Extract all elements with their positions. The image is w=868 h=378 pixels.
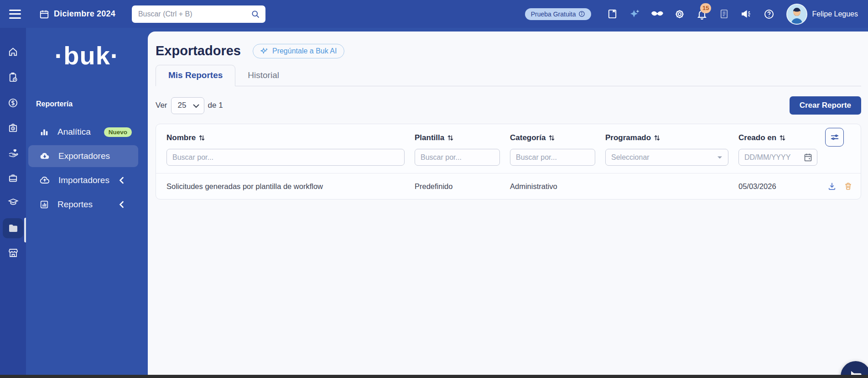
cell-creado-en: 05/03/2026 (738, 182, 827, 191)
sort-icon (780, 135, 785, 141)
column-header-programado[interactable]: Programado (605, 133, 738, 142)
user-name[interactable]: Felipe Legues (812, 10, 858, 18)
tasks-list-icon[interactable] (713, 5, 735, 23)
pagesize-select[interactable]: 25 (171, 97, 204, 114)
gear-icon[interactable] (668, 5, 691, 23)
topbar: Diciembre 2024 Prueba Gratuita 15 (0, 0, 868, 28)
search-input[interactable] (132, 5, 265, 23)
cell-nombre: Solicitudes generadas por plantilla de w… (166, 182, 415, 191)
bar-chart-icon (39, 127, 49, 137)
documents-folder-icon[interactable] (3, 218, 23, 238)
graduation-cap-icon[interactable] (3, 192, 23, 212)
tab-mis-reportes[interactable]: Mis Reportes (156, 65, 235, 86)
notifications-bell-icon[interactable]: 15 (691, 5, 713, 23)
nuevo-badge: Nuevo (104, 127, 132, 137)
sidebar-item-label: Exportadores (58, 151, 110, 161)
create-report-button[interactable]: Crear Reporte (790, 96, 861, 115)
buk-mustache-icon[interactable] (646, 5, 668, 23)
trial-badge[interactable]: Prueba Gratuita (525, 8, 592, 20)
gift-box-icon[interactable] (3, 168, 23, 188)
sidebar-item-label: Importadores (58, 175, 109, 185)
calendar-icon[interactable] (803, 152, 813, 162)
period-selector[interactable]: Diciembre 2024 (39, 9, 115, 19)
storefront-icon[interactable] (3, 243, 23, 263)
column-header-nombre[interactable]: Nombre (166, 133, 415, 142)
cloud-upload-icon (39, 175, 50, 186)
ai-sparkles-icon[interactable] (624, 5, 646, 23)
clipboard-clock-icon[interactable] (3, 67, 23, 87)
sort-icon (549, 135, 555, 141)
sidebar-item-reportes[interactable]: Reportes (28, 194, 138, 215)
home-icon[interactable] (3, 42, 23, 62)
cell-categoria: Administrativo (510, 182, 605, 191)
column-header-categoria[interactable]: Categoría (510, 133, 605, 142)
tab-bar: Mis Reportes Historial (156, 65, 861, 86)
info-icon (578, 10, 585, 17)
current-period-label: Diciembre 2024 (54, 9, 115, 19)
table-filter-row: Seleccionar (156, 149, 861, 173)
hand-heart-icon[interactable] (3, 142, 23, 163)
sidebar-item-label: Reportes (57, 200, 93, 210)
chevron-down-icon (193, 104, 199, 108)
sidebar-item-label: Analítica (57, 127, 91, 137)
page-title: Exportadores (156, 43, 241, 58)
global-search[interactable] (132, 5, 265, 23)
reports-table-card: Nombre Plantilla Categoría Programado (156, 124, 861, 200)
table-row[interactable]: Solicitudes generadas por plantilla de w… (156, 173, 861, 199)
bag-clock-icon[interactable] (3, 117, 23, 137)
calendar-icon (39, 9, 49, 19)
window-bottom-edge (0, 375, 868, 378)
ai-sparkle-icon (260, 47, 269, 55)
column-settings-button[interactable] (825, 128, 844, 147)
chevron-left-icon[interactable] (119, 201, 125, 208)
table-header-row: Nombre Plantilla Categoría Programado (156, 124, 861, 142)
hamburger-menu-icon[interactable] (9, 10, 21, 19)
cloud-download-icon (39, 151, 50, 162)
search-icon[interactable] (251, 10, 260, 19)
sort-icon (447, 135, 453, 141)
filter-categoria-input[interactable] (510, 149, 595, 166)
column-header-plantilla[interactable]: Plantilla (415, 133, 510, 142)
download-icon[interactable] (827, 182, 837, 191)
tab-historial[interactable]: Historial (235, 65, 291, 86)
ask-buk-ai-button[interactable]: Pregúntale a Buk AI (253, 44, 344, 58)
sidebar-item-analitica[interactable]: Analítica Nuevo (28, 121, 138, 143)
notification-count-badge: 15 (700, 3, 711, 13)
bookmark-icon[interactable] (601, 5, 624, 23)
sort-icon (199, 135, 205, 141)
filter-nombre-input[interactable] (166, 149, 405, 166)
pagesize-prefix: Ver (156, 101, 167, 110)
sidebar: ·buk· Reportería Analítica Nuevo Exporta… (26, 28, 148, 378)
payments-dollar-icon[interactable] (3, 93, 23, 113)
select-arrow-icon (717, 156, 722, 159)
sort-icon (654, 135, 660, 141)
main-content: Exportadores Pregúntale a Buk AI Mis Rep… (148, 31, 868, 378)
announcements-megaphone-icon[interactable] (735, 5, 758, 23)
sidebar-item-exportadores[interactable]: Exportadores (28, 145, 138, 167)
icon-rail (0, 28, 26, 378)
filter-plantilla-input[interactable] (415, 149, 500, 166)
filter-programado-select[interactable]: Seleccionar (605, 149, 728, 166)
chevron-left-icon[interactable] (119, 177, 125, 184)
sidebar-item-importadores[interactable]: Importadores (28, 169, 138, 191)
user-avatar[interactable] (786, 4, 807, 25)
report-box-icon (39, 200, 49, 210)
cell-plantilla: Predefinido (415, 182, 510, 191)
sidebar-section-title: Reportería (36, 100, 73, 108)
delete-trash-icon[interactable] (844, 182, 852, 191)
column-header-creado-en[interactable]: Creado en (738, 133, 827, 142)
help-icon[interactable] (758, 5, 780, 23)
buk-logo: ·buk· (26, 41, 148, 70)
pagesize-suffix: de 1 (208, 101, 223, 110)
